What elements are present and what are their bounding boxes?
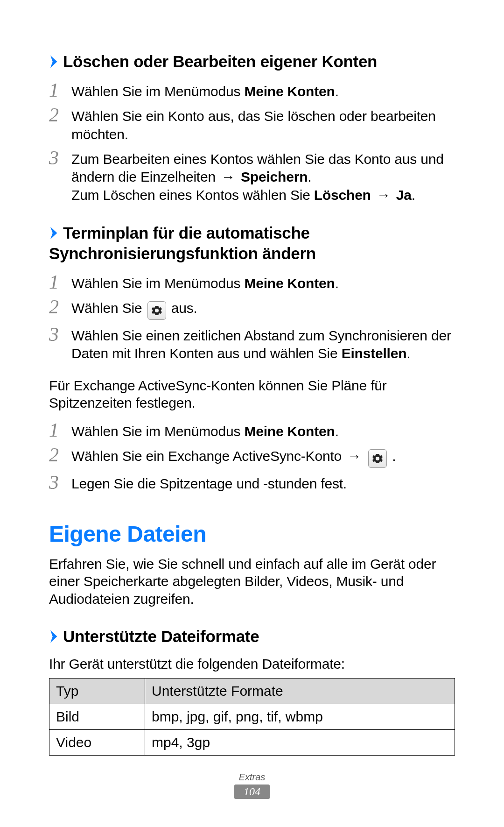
steps-list: 1 Wählen Sie im Menümodus Meine Konten. … [49, 420, 455, 493]
subheading-delete-edit: Löschen oder Bearbeiten eigener Konten [49, 51, 455, 72]
step-number: 3 [49, 473, 71, 492]
step-number: 2 [49, 105, 71, 125]
section-file-formats: Unterstützte Dateiformate Ihr Gerät unte… [49, 626, 455, 756]
list-item: 2 Wählen Sie ein Konto aus, das Sie lösc… [49, 105, 455, 143]
page-footer: Extras 104 [0, 772, 504, 799]
subheading-text: Terminplan für die automatische Synchron… [49, 224, 316, 262]
step-number: 1 [49, 80, 71, 100]
subheading-sync-schedule: Terminplan für die automatische Synchron… [49, 223, 455, 264]
step-text: Legen Sie die Spitzentage und -stunden f… [71, 473, 455, 493]
step-text: Zum Bearbeiten eines Kontos wählen Sie d… [71, 148, 455, 204]
section-sync-schedule: Terminplan für die automatische Synchron… [49, 223, 455, 493]
step-number: 3 [49, 325, 71, 344]
step-text: Wählen Sie aus. [71, 297, 455, 320]
col-header-formats: Unterstützte Formate [145, 679, 455, 704]
section-own-files: Eigene Dateien Erfahren Sie, wie Sie sch… [49, 521, 455, 608]
cell-formats: bmp, jpg, gif, png, tif, wbmp [145, 704, 455, 730]
paragraph: Ihr Gerät unterstützt die folgenden Date… [49, 655, 455, 673]
step-text: Wählen Sie einen zeitlichen Abstand zum … [71, 325, 455, 363]
gear-icon [368, 449, 387, 468]
table-row: Bild bmp, jpg, gif, png, tif, wbmp [49, 704, 455, 730]
footer-section-label: Extras [0, 772, 504, 783]
heading-own-files: Eigene Dateien [49, 521, 455, 547]
table-row: Typ Unterstützte Formate [49, 679, 455, 704]
chevron-icon [49, 226, 59, 240]
list-item: 1 Wählen Sie im Menümodus Meine Konten. [49, 272, 455, 292]
col-header-type: Typ [49, 679, 145, 704]
list-item: 1 Wählen Sie im Menümodus Meine Konten. [49, 80, 455, 100]
steps-list: 1 Wählen Sie im Menümodus Meine Konten. … [49, 272, 455, 363]
subheading-file-formats: Unterstützte Dateiformate [49, 626, 455, 647]
cell-formats: mp4, 3gp [145, 730, 455, 756]
list-item: 3 Legen Sie die Spitzentage und -stunden… [49, 473, 455, 493]
list-item: 3 Zum Bearbeiten eines Kontos wählen Sie… [49, 148, 455, 204]
step-number: 2 [49, 297, 71, 317]
list-item: 2 Wählen Sie ein Exchange ActiveSync-Kon… [49, 445, 455, 468]
subheading-text: Löschen oder Bearbeiten eigener Konten [63, 52, 377, 71]
list-item: 1 Wählen Sie im Menümodus Meine Konten. [49, 420, 455, 440]
step-text: Wählen Sie im Menümodus Meine Konten. [71, 272, 455, 292]
step-text: Wählen Sie im Menümodus Meine Konten. [71, 80, 455, 100]
step-text: Wählen Sie ein Exchange ActiveSync-Konto… [71, 445, 455, 468]
subheading-text: Unterstützte Dateiformate [63, 627, 259, 645]
section-delete-edit-accounts: Löschen oder Bearbeiten eigener Konten 1… [49, 51, 455, 204]
step-text: Wählen Sie ein Konto aus, das Sie lösche… [71, 105, 455, 143]
cell-type: Bild [49, 704, 145, 730]
chevron-icon [49, 54, 59, 69]
paragraph: Erfahren Sie, wie Sie schnell und einfac… [49, 555, 455, 608]
formats-table: Typ Unterstützte Formate Bild bmp, jpg, … [49, 678, 455, 756]
page-number-badge: 104 [234, 785, 270, 799]
chevron-icon [49, 629, 59, 644]
step-text: Wählen Sie im Menümodus Meine Konten. [71, 420, 455, 440]
paragraph: Für Exchange ActiveSync-Konten können Si… [49, 377, 455, 412]
list-item: 2 Wählen Sie aus. [49, 297, 455, 320]
step-number: 3 [49, 148, 71, 168]
table-row: Video mp4, 3gp [49, 730, 455, 756]
cell-type: Video [49, 730, 145, 756]
step-number: 1 [49, 272, 71, 292]
manual-page: Löschen oder Bearbeiten eigener Konten 1… [0, 0, 504, 827]
step-number: 1 [49, 420, 71, 440]
list-item: 3 Wählen Sie einen zeitlichen Abstand zu… [49, 325, 455, 363]
steps-list: 1 Wählen Sie im Menümodus Meine Konten. … [49, 80, 455, 204]
gear-icon [147, 301, 166, 320]
step-number: 2 [49, 445, 71, 465]
